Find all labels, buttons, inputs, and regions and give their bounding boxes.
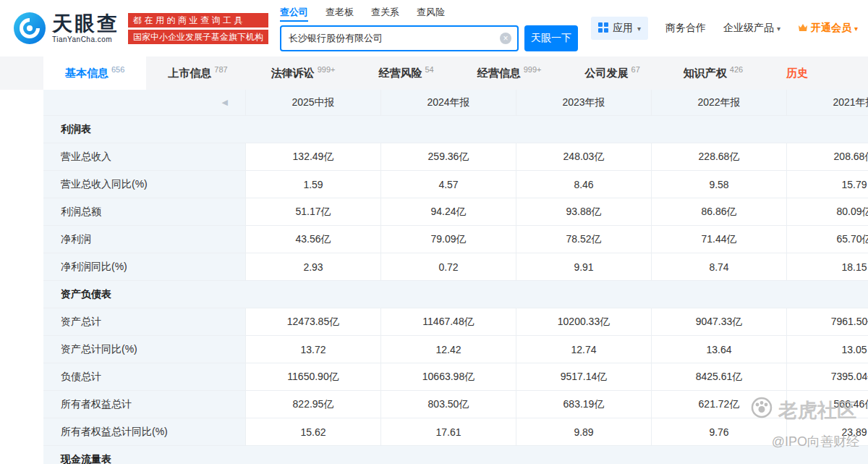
caret-down-icon: ▾ xyxy=(637,25,641,33)
search-tab-risk[interactable]: 查风险 xyxy=(417,6,445,22)
apps-grid-icon xyxy=(598,22,608,35)
search-input[interactable] xyxy=(280,25,519,51)
table-cell: 79.09亿 xyxy=(381,226,516,253)
section-title: 现金流量表 xyxy=(61,453,111,464)
tab-label: 经营风险 xyxy=(379,67,422,80)
table-cell: 86.86亿 xyxy=(652,198,787,226)
tab-label: 知识产权 xyxy=(684,67,727,80)
column-header: 2023年报 xyxy=(516,90,652,116)
tab-history[interactable]: 历史 xyxy=(765,56,830,90)
crown-icon xyxy=(798,22,808,34)
tab-intellectual-property[interactable]: 知识产权426 xyxy=(662,56,765,90)
tab-count: 656 xyxy=(111,65,124,74)
logo-text: 天眼查 TianYanCha.com xyxy=(52,14,119,43)
table-cell: 566.46亿 xyxy=(787,391,868,418)
tab-label: 基本信息 xyxy=(65,67,109,80)
table-cell: 13.72 xyxy=(246,336,381,363)
row-label: 净利润同比(%) xyxy=(43,253,246,281)
column-header: 2025中报 xyxy=(246,90,381,116)
table-cell: 9047.33亿 xyxy=(652,308,787,336)
tab-operating-risk[interactable]: 经营风险54 xyxy=(357,56,456,90)
slogan-line1: 都在用的商业查询工具 xyxy=(128,13,268,28)
table-row: 资产总计同比(%)13.7212.4212.7413.6413.05 xyxy=(43,336,868,363)
search-row: × 天眼一下 xyxy=(280,25,578,51)
nav-vip-label: 开通会员 xyxy=(811,22,851,35)
nav-business-cooperation[interactable]: 商务合作 xyxy=(665,22,706,35)
table-cell: 0.72 xyxy=(381,253,516,281)
table-cell: 13.64 xyxy=(652,336,787,363)
tab-count: 426 xyxy=(730,65,743,74)
brand-domain: TianYanCha.com xyxy=(52,36,119,43)
column-header: 2022年报 xyxy=(652,90,787,116)
table-cell: 65.70亿 xyxy=(787,226,868,253)
table-cell: 208.68亿 xyxy=(787,143,868,171)
search-tabs: 查公司查老板查关系查风险 xyxy=(280,6,578,22)
section-header-row: 现金流量表 xyxy=(43,446,868,464)
table-cell: 78.52亿 xyxy=(516,226,652,253)
tab-basic-info[interactable]: 基本信息656 xyxy=(43,56,146,90)
tab-label: 公司发展 xyxy=(585,67,629,80)
tianyancha-logo-icon xyxy=(13,12,46,45)
table-cell: 43.56亿 xyxy=(246,226,381,253)
table-row: 净利润同比(%)2.930.729.918.7418.15 xyxy=(43,253,868,281)
table-cell: 1.59 xyxy=(246,171,381,198)
table-cell: 683.19亿 xyxy=(516,391,652,418)
table-cell: 8.74 xyxy=(652,253,787,281)
tab-legal-litigation[interactable]: 法律诉讼999+ xyxy=(250,56,357,90)
table-cell: 12.74 xyxy=(516,336,652,363)
table-corner-cell: ◀ xyxy=(43,90,246,116)
main-tabbar: 基本信息656上市信息787法律诉讼999+经营风险54经营信息999+公司发展… xyxy=(0,56,868,90)
search-tab-boss[interactable]: 查老板 xyxy=(326,6,354,22)
tab-operating-info[interactable]: 经营信息999+ xyxy=(456,56,563,90)
table-cell: 4.57 xyxy=(381,171,516,198)
nav-apps-label: 应用 xyxy=(613,22,633,35)
financials-table: ◀2025中报2024年报2023年报2022年报2021年报利润表营业总收入1… xyxy=(43,90,868,464)
topbar: 天眼查 TianYanCha.com 都在用的商业查询工具 国家中小企业发展子基… xyxy=(0,0,868,56)
search-tab-relation[interactable]: 查关系 xyxy=(371,6,399,22)
clear-icon[interactable]: × xyxy=(500,33,511,44)
slogan: 都在用的商业查询工具 国家中小企业发展子基金旗下机构 xyxy=(128,13,268,44)
tab-count: 67 xyxy=(631,65,640,74)
table-cell: 7961.50亿 xyxy=(787,308,868,336)
section-title: 利润表 xyxy=(61,123,91,136)
table-cell: 9.58 xyxy=(652,171,787,198)
row-label: 净利润 xyxy=(43,226,246,253)
table-cell: 259.36亿 xyxy=(381,143,516,171)
table-cell: 8425.61亿 xyxy=(652,363,787,391)
table-cell: 80.09亿 xyxy=(787,198,868,226)
tab-company-development[interactable]: 公司发展67 xyxy=(563,56,662,90)
table-cell: 803.50亿 xyxy=(381,391,516,418)
tab-count: 54 xyxy=(425,65,434,74)
tab-label: 法律诉讼 xyxy=(271,67,315,80)
tab-listing-info[interactable]: 上市信息787 xyxy=(146,56,249,90)
table-row: 营业总收入同比(%)1.594.578.469.5815.79 xyxy=(43,171,868,198)
table-cell: 7395.04亿 xyxy=(787,363,868,391)
table-cell: 2.93 xyxy=(246,253,381,281)
table-cell: 17.61 xyxy=(381,418,516,446)
nav-vip[interactable]: 开通会员 ▾ xyxy=(798,22,858,35)
row-label: 所有者权益总计 xyxy=(43,391,246,418)
search-tab-company[interactable]: 查公司 xyxy=(280,6,308,22)
search-button[interactable]: 天眼一下 xyxy=(524,25,578,51)
section-title: 资产负债表 xyxy=(61,288,111,301)
row-label: 资产总计同比(%) xyxy=(43,336,246,363)
tab-label: 上市信息 xyxy=(168,67,211,80)
page: 天眼查 TianYanCha.com 都在用的商业查询工具 国家中小企业发展子基… xyxy=(0,0,868,464)
row-label: 营业总收入同比(%) xyxy=(43,171,246,198)
column-header: 2021年报 xyxy=(787,90,868,116)
table-cell: 9517.14亿 xyxy=(516,363,652,391)
content: ◀2025中报2024年报2023年报2022年报2021年报利润表营业总收入1… xyxy=(0,90,868,464)
search-input-wrap: × xyxy=(280,25,519,51)
table-cell: 23.89 xyxy=(787,418,868,446)
table-cell: 9.91 xyxy=(516,253,652,281)
nav-enterprise-products[interactable]: 企业级产品 ▾ xyxy=(723,22,780,35)
table-cell: 822.95亿 xyxy=(246,391,381,418)
section-header-row: 利润表 xyxy=(43,116,868,143)
table-row: 所有者权益总计822.95亿803.50亿683.19亿621.72亿566.4… xyxy=(43,391,868,418)
table-row: 负债总计11650.90亿10663.98亿9517.14亿8425.61亿73… xyxy=(43,363,868,391)
tianyancha-logo[interactable]: 天眼查 TianYanCha.com xyxy=(13,12,119,45)
nav-apps[interactable]: 应用 ▾ xyxy=(591,17,648,40)
nav-enterprise-label: 企业级产品 xyxy=(723,22,774,35)
scroll-left-icon[interactable]: ◀ xyxy=(222,98,228,107)
tab-label: 经营信息 xyxy=(477,67,521,80)
